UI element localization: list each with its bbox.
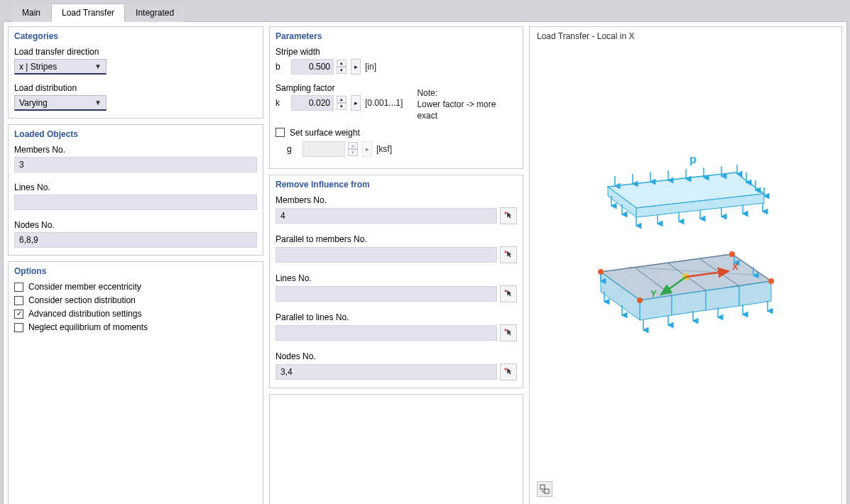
- panel-options: Options Consider member eccentricity Con…: [8, 261, 263, 504]
- chevron-down-icon: ▼: [94, 99, 102, 106]
- note-title: Note:: [417, 87, 517, 99]
- label-remove-lines: Lines No.: [276, 273, 517, 283]
- label-advanced: Advanced distribution settings: [28, 309, 141, 319]
- label-members: Members No.: [14, 145, 257, 155]
- panel-parameters: Parameters Stripe width b ▴ ▾ ▸ [in] Sam…: [269, 26, 523, 169]
- preview-options-icon: [540, 484, 550, 494]
- label-direction: Load transfer direction: [14, 47, 257, 57]
- label-remove-members: Members No.: [276, 195, 517, 205]
- note-body: Lower factor -> more exact: [417, 99, 517, 121]
- y-axis-label: Y: [650, 288, 657, 299]
- input-sampling[interactable]: [291, 95, 334, 111]
- label-section-dist: Consider section distribution: [28, 295, 136, 305]
- panel-loaded-objects: Loaded Objects Members No. Lines No. Nod…: [8, 124, 263, 256]
- svg-point-55: [729, 251, 735, 257]
- spin-down-icon[interactable]: ▾: [337, 67, 347, 74]
- panel-empty: [269, 394, 523, 504]
- input-parallel-members[interactable]: [276, 247, 497, 263]
- label-parallel-members: Parallel to members No.: [276, 234, 517, 244]
- panel-title: Remove Influence from: [276, 180, 517, 190]
- preview-title: Load Transfer - Local in X: [537, 31, 834, 41]
- pick-cursor-icon: [503, 367, 513, 377]
- input-members[interactable]: [14, 157, 257, 172]
- select-distribution[interactable]: Varying ▼: [14, 95, 107, 111]
- panel-remove-influence: Remove Influence from Members No. Parall…: [269, 175, 523, 388]
- unit-sampling: [0.001...1]: [365, 98, 403, 108]
- checkbox-surface-weight[interactable]: [276, 128, 285, 137]
- spin-down-icon: ▾: [348, 149, 358, 156]
- panel-title: Categories: [14, 31, 257, 41]
- spin-up-icon[interactable]: ▴: [337, 60, 347, 67]
- select-value: Varying: [19, 98, 48, 108]
- checkbox-neglect[interactable]: [14, 323, 23, 332]
- svg-point-56: [768, 278, 774, 284]
- symbol-b: b: [276, 62, 287, 72]
- symbol-k: k: [276, 98, 287, 108]
- tab-integrated[interactable]: Integrated: [125, 4, 185, 22]
- panel-title: Loaded Objects: [14, 129, 257, 139]
- spinner-sampling[interactable]: ▴ ▾: [337, 96, 347, 110]
- spin-down-icon[interactable]: ▾: [337, 103, 347, 110]
- input-stripe-width[interactable]: [291, 59, 334, 75]
- symbol-g: g: [287, 144, 298, 154]
- label-parallel-lines: Parallel to lines No.: [276, 312, 517, 322]
- input-g: [303, 141, 345, 157]
- label-remove-nodes: Nodes No.: [276, 351, 517, 361]
- pick-button[interactable]: [500, 363, 517, 380]
- checkbox-section-dist[interactable]: [14, 296, 23, 305]
- tab-load-transfer[interactable]: Load Transfer: [51, 4, 125, 22]
- pick-button[interactable]: [500, 246, 517, 263]
- input-remove-members[interactable]: [276, 208, 497, 224]
- input-parallel-lines[interactable]: [276, 325, 497, 341]
- label-eccentricity: Consider member eccentricity: [28, 282, 141, 292]
- spinner-g: ▴ ▾: [348, 142, 358, 156]
- label-distribution: Load distribution: [14, 83, 257, 93]
- label-neglect: Neglect equilibrium of moments: [28, 322, 148, 332]
- input-nodes[interactable]: [14, 232, 257, 248]
- pick-button[interactable]: [500, 207, 517, 224]
- svg-point-57: [637, 297, 643, 303]
- step-button[interactable]: ▸: [351, 95, 361, 111]
- chevron-down-icon: ▼: [94, 62, 102, 70]
- preview-diagram: p: [579, 155, 792, 354]
- label-lines: Lines No.: [14, 182, 257, 192]
- panel-preview: Load Transfer - Local in X: [529, 26, 842, 504]
- tab-main[interactable]: Main: [11, 4, 51, 22]
- svg-rect-61: [540, 485, 545, 489]
- panel-title: Parameters: [276, 31, 517, 41]
- tab-bar: Main Load Transfer Integrated: [3, 3, 847, 21]
- input-remove-nodes[interactable]: [276, 364, 497, 380]
- panel-title: Options: [14, 266, 257, 276]
- svg-marker-40: [706, 286, 739, 310]
- select-direction[interactable]: x | Stripes ▼: [14, 59, 107, 75]
- spinner-stripe[interactable]: ▴ ▾: [337, 60, 347, 74]
- checkbox-advanced[interactable]: ✓: [14, 309, 23, 319]
- pick-button[interactable]: [500, 285, 517, 302]
- select-value: x | Stripes: [19, 62, 57, 72]
- label-surface-weight: Set surface weight: [290, 128, 360, 138]
- workspace: Categories Load transfer direction x | S…: [3, 21, 847, 504]
- checkbox-eccentricity[interactable]: [14, 283, 23, 292]
- pick-cursor-icon: [503, 328, 513, 338]
- pick-button[interactable]: [500, 324, 517, 341]
- pick-cursor-icon: [503, 289, 513, 299]
- step-button: ▸: [362, 141, 372, 157]
- svg-point-54: [598, 269, 604, 275]
- input-lines[interactable]: [14, 195, 257, 210]
- pick-cursor-icon: [503, 211, 513, 221]
- svg-rect-62: [545, 489, 549, 493]
- pick-cursor-icon: [503, 250, 513, 260]
- unit-stripe: [in]: [365, 62, 376, 72]
- x-axis-label: X: [732, 261, 739, 272]
- label-sampling: Sampling factor: [276, 83, 403, 93]
- panel-categories: Categories Load transfer direction x | S…: [8, 26, 263, 119]
- spin-up-icon[interactable]: ▴: [337, 96, 347, 103]
- label-stripe-width: Stripe width: [276, 47, 517, 57]
- preview-options-button[interactable]: [537, 481, 552, 497]
- p-label: p: [690, 155, 697, 165]
- step-button[interactable]: ▸: [351, 59, 361, 75]
- input-remove-lines[interactable]: [276, 286, 497, 302]
- spin-up-icon: ▴: [348, 142, 358, 149]
- label-nodes: Nodes No.: [14, 220, 257, 230]
- unit-g: [ksf]: [376, 144, 392, 154]
